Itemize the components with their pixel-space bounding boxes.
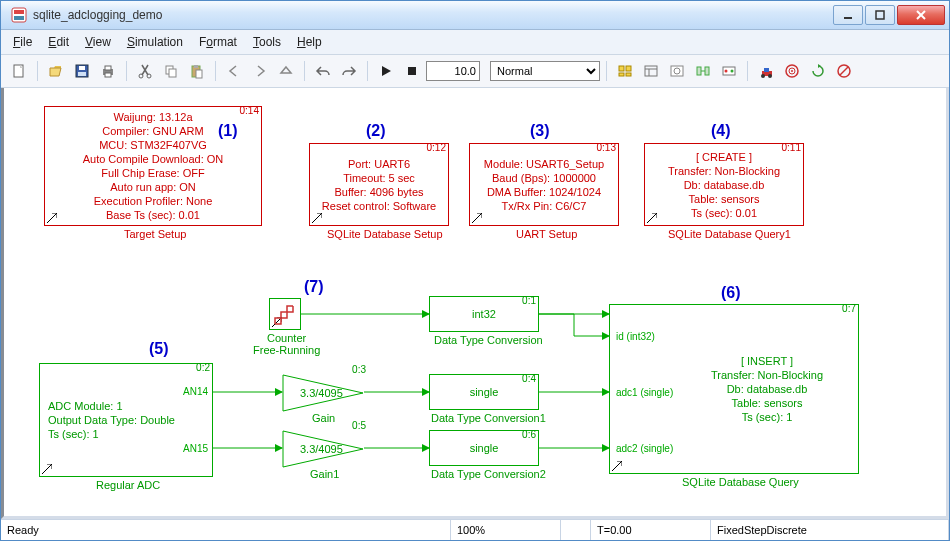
annotation-7: (7) — [304, 278, 324, 296]
menu-simulation[interactable]: Simulation — [121, 33, 189, 51]
svg-rect-12 — [105, 66, 111, 70]
menu-format[interactable]: Format — [193, 33, 243, 51]
menu-help[interactable]: Help — [291, 33, 328, 51]
caption-uart-setup: UART Setup — [516, 228, 577, 240]
block-body: ADC Module: 1 Output Data Type: Double T… — [40, 364, 212, 476]
block-body: Module: USART6_Setup Baud (Bps): 1000000… — [470, 144, 618, 225]
annotation-4: (4) — [711, 122, 731, 140]
block-gain[interactable]: 3.3/4095 0:3 — [282, 374, 364, 414]
menu-file[interactable]: File — [7, 33, 38, 51]
svg-rect-13 — [105, 73, 111, 77]
block-regular-adc[interactable]: 0:2 ADC Module: 1 Output Data Type: Doub… — [39, 363, 213, 477]
block-sqlite-query1[interactable]: 0:11 [ CREATE ] Transfer: Non-Blocking D… — [644, 143, 804, 226]
caption-gain: Gain — [312, 412, 335, 424]
app-window: sqlite_adclogging_demo File Edit View Si… — [0, 0, 950, 541]
back-button[interactable] — [222, 59, 246, 83]
svg-rect-17 — [169, 69, 176, 77]
print-button[interactable] — [96, 59, 120, 83]
block-body: int32 — [430, 297, 538, 331]
annotation-2: (2) — [366, 122, 386, 140]
svg-rect-40 — [764, 68, 769, 72]
caption-gain1: Gain1 — [310, 468, 339, 480]
block-body: Port: UART6 Timeout: 5 sec Buffer: 4096 … — [310, 144, 448, 225]
titlebar[interactable]: sqlite_adclogging_demo — [1, 1, 949, 30]
annotation-1: (1) — [218, 122, 238, 140]
simulation-mode-select[interactable]: Normal — [490, 61, 600, 81]
svg-point-43 — [791, 70, 793, 72]
model-canvas[interactable]: 0:14 Waijung: 13.12a Compiler: GNU ARM M… — [4, 88, 946, 516]
up-button[interactable] — [274, 59, 298, 83]
svg-point-36 — [731, 70, 734, 73]
block-body: [ INSERT ] Transfer: Non-Blocking Db: da… — [680, 305, 854, 473]
annotation-3: (3) — [530, 122, 550, 140]
refresh-button[interactable] — [806, 59, 830, 83]
block-uart-setup[interactable]: 0:13 Module: USART6_Setup Baud (Bps): 10… — [469, 143, 619, 226]
svg-line-45 — [840, 67, 848, 75]
block-sqlite-query[interactable]: 0:7 id (int32) adc1 (single) adc2 (singl… — [609, 304, 859, 474]
window-title: sqlite_adclogging_demo — [33, 8, 833, 22]
annotation-6: (6) — [721, 284, 741, 302]
run-button[interactable] — [374, 59, 398, 83]
priority-badge: 0:5 — [352, 420, 366, 431]
minimize-button[interactable] — [833, 5, 863, 25]
port-id: id (int32) — [616, 331, 655, 342]
build-button[interactable] — [754, 59, 778, 83]
debug-button[interactable] — [717, 59, 741, 83]
link-icon — [47, 213, 57, 223]
svg-rect-10 — [78, 72, 86, 76]
signal-button[interactable] — [691, 59, 715, 83]
caption-adc: Regular ADC — [96, 479, 160, 491]
disable-button[interactable] — [832, 59, 856, 83]
svg-point-14 — [139, 74, 143, 78]
forward-button[interactable] — [248, 59, 272, 83]
close-button[interactable] — [897, 5, 945, 25]
menu-view[interactable]: View — [79, 33, 117, 51]
status-zoom: 100% — [451, 520, 561, 540]
copy-button[interactable] — [159, 59, 183, 83]
block-dtc2[interactable]: 0:6 single — [429, 430, 539, 466]
block-gain1[interactable]: 3.3/4095 0:5 — [282, 430, 364, 470]
block-dtc[interactable]: 0:1 int32 — [429, 296, 539, 332]
status-solver: FixedStepDiscrete — [711, 520, 949, 540]
undo-button[interactable] — [311, 59, 335, 83]
maximize-button[interactable] — [865, 5, 895, 25]
status-ready: Ready — [1, 520, 451, 540]
block-counter[interactable] — [269, 298, 301, 330]
status-spacer — [561, 520, 591, 540]
block-dtc1[interactable]: 0:4 single — [429, 374, 539, 410]
menu-tools[interactable]: Tools — [247, 33, 287, 51]
svg-text:3.3/4095: 3.3/4095 — [300, 443, 343, 455]
svg-rect-22 — [619, 66, 624, 71]
svg-rect-31 — [697, 67, 701, 75]
library-browser-button[interactable] — [613, 59, 637, 83]
stop-time-input[interactable] — [426, 61, 480, 81]
svg-rect-32 — [705, 67, 709, 75]
model-explorer-button[interactable] — [639, 59, 663, 83]
caption-counter: Counter Free-Running — [253, 332, 320, 356]
open-button[interactable] — [44, 59, 68, 83]
caption-dtc1: Data Type Conversion1 — [431, 412, 546, 424]
menubar: File Edit View Simulation Format Tools H… — [1, 30, 949, 55]
svg-rect-20 — [196, 70, 202, 78]
svg-rect-19 — [194, 65, 198, 68]
link-icon — [612, 461, 622, 471]
svg-rect-2 — [14, 16, 24, 20]
block-sqlite-setup[interactable]: 0:12 Port: UART6 Timeout: 5 sec Buffer: … — [309, 143, 449, 226]
port-an15: AN15 — [183, 443, 208, 454]
caption-target-setup: Target Setup — [124, 228, 186, 240]
target-button[interactable] — [780, 59, 804, 83]
statusbar: Ready 100% T=0.00 FixedStepDiscrete — [1, 519, 949, 540]
svg-point-15 — [147, 74, 151, 78]
new-button[interactable] — [7, 59, 31, 83]
save-button[interactable] — [70, 59, 94, 83]
caption-dtc: Data Type Conversion — [434, 334, 543, 346]
config-button[interactable] — [665, 59, 689, 83]
model-canvas-frame: 0:14 Waijung: 13.12a Compiler: GNU ARM M… — [1, 88, 949, 519]
redo-button[interactable] — [337, 59, 361, 83]
menu-edit[interactable]: Edit — [42, 33, 75, 51]
link-icon — [647, 213, 657, 223]
paste-button[interactable] — [185, 59, 209, 83]
port-an14: AN14 — [183, 386, 208, 397]
cut-button[interactable] — [133, 59, 157, 83]
stop-button[interactable] — [400, 59, 424, 83]
